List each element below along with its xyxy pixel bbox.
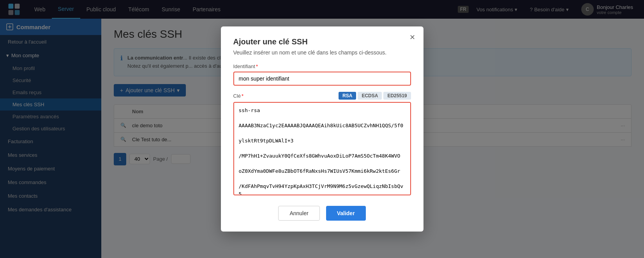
identifiant-label: Identifiant* [233,63,411,69]
modal-subtitle: Veuillez insérer un nom et une clé dans … [233,49,411,56]
badge-ecdsa[interactable]: ECDSA [358,92,382,100]
badge-ed25519[interactable]: ED25519 [383,92,411,100]
identifiant-input[interactable] [233,72,411,86]
key-label-row: Clé* RSA ECDSA ED25519 [233,92,411,100]
key-type-badges: RSA ECDSA ED25519 [339,92,411,100]
badge-rsa[interactable]: RSA [339,92,356,100]
modal-actions: Annuler Valider [233,206,411,221]
required-marker: * [256,63,258,69]
modal-close-button[interactable]: ✕ [407,32,418,43]
modal-overlay: ✕ Ajouter une clé SSH Veuillez insérer u… [0,0,644,258]
add-ssh-key-modal: ✕ Ajouter une clé SSH Veuillez insérer u… [221,26,423,232]
key-textarea[interactable]: ssh-rsa AAAAB3NzaC1yc2EAAAABJQAAAQEAih8k… [233,102,411,195]
validate-button[interactable]: Valider [326,206,366,221]
required-marker: * [242,93,243,99]
cle-label: Clé* [233,93,244,99]
cancel-button[interactable]: Annuler [278,206,319,221]
modal-title: Ajouter une clé SSH [233,37,411,46]
